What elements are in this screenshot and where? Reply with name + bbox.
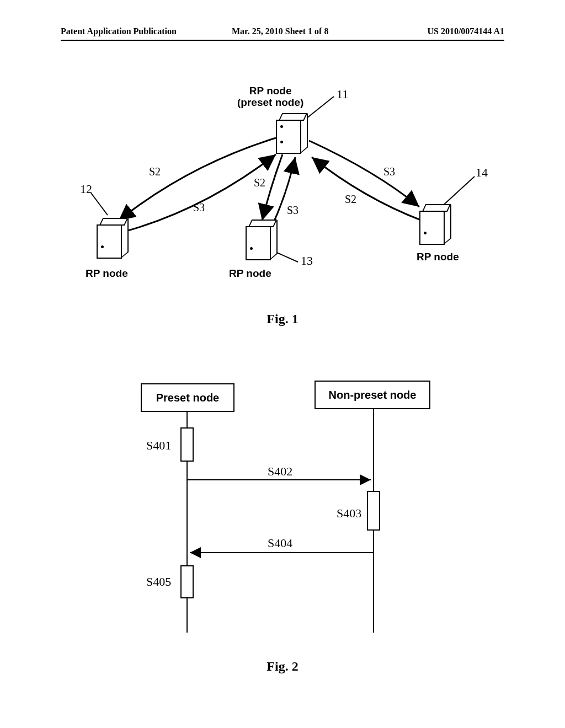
step-s404: S404 bbox=[268, 536, 292, 550]
step-s403: S403 bbox=[337, 506, 361, 521]
fig2-svg bbox=[0, 0, 565, 728]
step-s405: S405 bbox=[146, 575, 171, 589]
step-s402: S402 bbox=[268, 464, 292, 479]
step-s401: S401 bbox=[146, 438, 171, 453]
fig2-caption: Fig. 2 bbox=[266, 659, 298, 674]
